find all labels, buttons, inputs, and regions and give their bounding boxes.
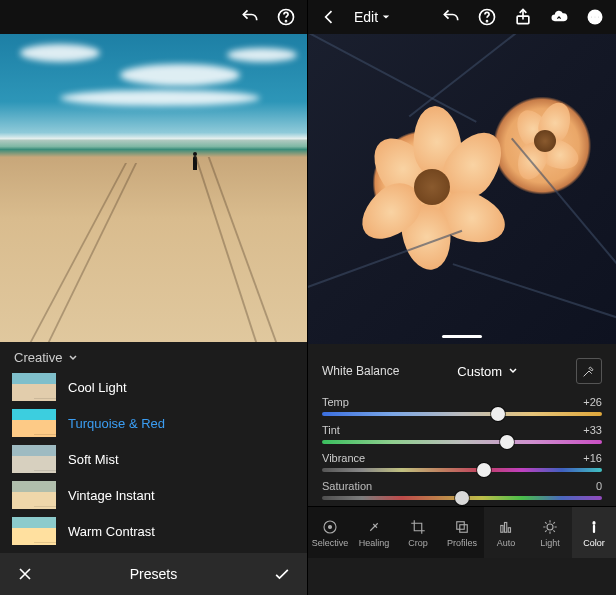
slider-temp[interactable]: Temp +26	[308, 394, 616, 422]
undo-icon[interactable]	[440, 6, 462, 28]
tool-label: Profiles	[447, 538, 477, 548]
preset-item[interactable]: Warm Contrast	[0, 513, 307, 549]
preset-item[interactable]: Vintage Instant	[0, 477, 307, 513]
tool-crop[interactable]: Crop	[396, 507, 440, 558]
back-icon[interactable]	[318, 6, 340, 28]
preset-thumb	[12, 373, 56, 401]
tool-label: Healing	[359, 538, 390, 548]
tool-label: Color	[583, 538, 605, 548]
slider-tint[interactable]: Tint +33	[308, 422, 616, 450]
tool-selective[interactable]: Selective	[308, 507, 352, 558]
wb-value: Custom	[457, 364, 502, 379]
more-icon[interactable]	[584, 6, 606, 28]
preset-label: Cool Light	[68, 380, 127, 395]
slider-saturation[interactable]: Saturation 0	[308, 478, 616, 506]
preset-thumb	[12, 481, 56, 509]
preset-thumb	[12, 445, 56, 473]
svg-rect-14	[505, 522, 507, 532]
slider-label: Temp	[322, 396, 349, 408]
drag-handle[interactable]	[442, 335, 482, 338]
svg-rect-11	[457, 521, 465, 529]
chevron-down-icon	[508, 366, 518, 376]
preset-item[interactable]: Cool Light	[0, 369, 307, 405]
slider-value: +33	[583, 424, 602, 436]
svg-point-6	[591, 16, 593, 18]
mode-select[interactable]: Edit	[354, 9, 390, 25]
share-icon[interactable]	[512, 6, 534, 28]
presets-title: Presets	[36, 566, 271, 582]
mode-label: Edit	[354, 9, 378, 25]
tool-label: Light	[540, 538, 560, 548]
preset-group-select[interactable]: Creative	[0, 342, 307, 369]
wb-label: White Balance	[322, 364, 399, 378]
slider-value: +26	[583, 396, 602, 408]
svg-point-16	[547, 524, 553, 530]
eyedropper-button[interactable]	[576, 358, 602, 384]
slider-label: Saturation	[322, 480, 372, 492]
cloud-sync-icon[interactable]	[548, 6, 570, 28]
tool-label: Auto	[497, 538, 516, 548]
help-icon[interactable]	[476, 6, 498, 28]
tool-profiles[interactable]: Profiles	[440, 507, 484, 558]
preset-thumb	[12, 409, 56, 437]
slider-label: Tint	[322, 424, 340, 436]
tool-light[interactable]: Light	[528, 507, 572, 558]
presets-footer: Presets	[0, 553, 307, 595]
preset-label: Vintage Instant	[68, 488, 155, 503]
right-topbar: Edit	[308, 0, 616, 34]
tool-color[interactable]: Color	[572, 507, 616, 558]
slider-value: 0	[596, 480, 602, 492]
preset-label: Soft Mist	[68, 452, 119, 467]
preset-item[interactable]: Turquoise & Red	[0, 405, 307, 441]
svg-point-7	[594, 16, 596, 18]
tool-label: Crop	[408, 538, 428, 548]
eyedropper-icon	[581, 363, 597, 379]
undo-icon[interactable]	[239, 6, 261, 28]
svg-point-8	[597, 16, 599, 18]
color-panel: White Balance Custom Temp +26 Tint +33	[308, 344, 616, 595]
svg-point-1	[286, 21, 287, 22]
tool-healing[interactable]: Healing	[352, 507, 396, 558]
confirm-icon[interactable]	[271, 563, 293, 585]
svg-point-10	[329, 525, 332, 528]
close-icon[interactable]	[14, 563, 36, 585]
slider-vibrance[interactable]: Vibrance +16	[308, 450, 616, 478]
preset-label: Warm Contrast	[68, 524, 155, 539]
right-pane: Edit	[308, 0, 616, 595]
help-icon[interactable]	[275, 6, 297, 28]
preview-image-flower[interactable]	[308, 34, 616, 344]
preset-group-label: Creative	[14, 350, 62, 365]
wb-select[interactable]: Custom	[457, 364, 518, 379]
svg-point-3	[487, 21, 488, 22]
slider-label: Vibrance	[322, 452, 365, 464]
slider-value: +16	[583, 452, 602, 464]
preview-image-beach[interactable]	[0, 34, 307, 342]
tool-label: Selective	[312, 538, 349, 548]
left-pane: Creative Cool Light Turquoise & Red Soft…	[0, 0, 308, 595]
svg-rect-12	[460, 524, 468, 532]
tool-strip: Selective Healing Crop Profiles Auto Lig…	[308, 506, 616, 558]
svg-rect-13	[501, 525, 503, 532]
presets-panel: Creative Cool Light Turquoise & Red Soft…	[0, 342, 307, 595]
caret-down-icon	[382, 13, 390, 21]
preset-list: Cool Light Turquoise & Red Soft Mist Vin…	[0, 369, 307, 553]
preset-item[interactable]: Soft Mist	[0, 441, 307, 477]
preset-thumb	[12, 517, 56, 545]
preset-label: Turquoise & Red	[68, 416, 165, 431]
svg-rect-15	[508, 527, 510, 532]
tool-auto[interactable]: Auto	[484, 507, 528, 558]
svg-rect-17	[593, 524, 595, 532]
chevron-down-icon	[68, 353, 78, 363]
left-topbar	[0, 0, 307, 34]
